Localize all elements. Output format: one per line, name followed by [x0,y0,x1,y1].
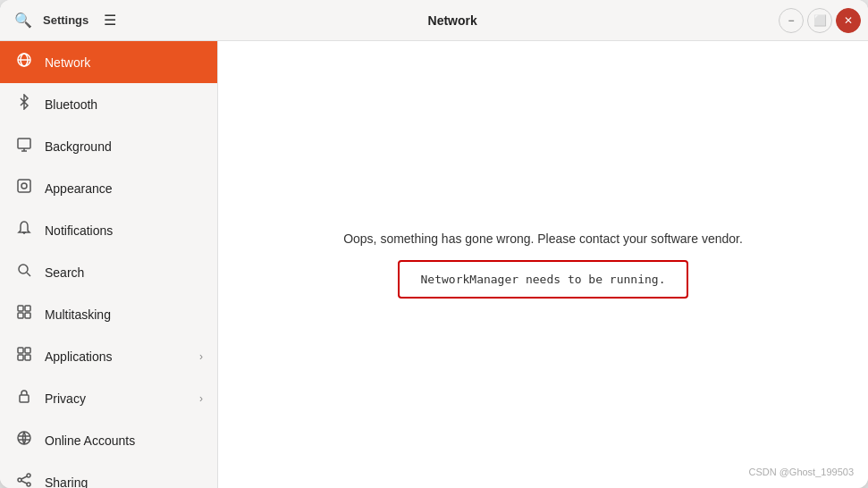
svg-rect-12 [18,306,23,311]
sidebar-item-online-accounts[interactable]: Online Accounts [0,419,217,461]
svg-rect-17 [25,348,30,353]
sidebar-item-label: Appearance [45,181,113,196]
sidebar-item-appearance[interactable]: Appearance [0,167,217,209]
svg-rect-18 [18,355,23,360]
svg-point-6 [21,183,27,189]
sidebar-item-multitasking[interactable]: Multitasking [0,293,217,335]
menu-icon: ☰ [104,12,116,29]
multitasking-icon [14,304,34,324]
sidebar-item-label: Multitasking [45,307,111,322]
menu-button[interactable]: ☰ [94,4,126,37]
bluetooth-icon [14,94,34,114]
settings-window: 🔍 Settings ☰ Network − ⬜ ✕ NetworkBlueto… [0,0,868,488]
sidebar-item-notifications[interactable]: Notifications [0,209,217,251]
sidebar-item-label: Applications [45,349,113,364]
main-content: Oops, something has gone wrong. Please c… [218,41,868,488]
sidebar-item-network[interactable]: Network [0,41,217,83]
applications-icon [14,346,34,366]
sidebar-item-privacy[interactable]: Privacy› [0,377,217,419]
maximize-button[interactable]: ⬜ [807,8,832,33]
titlebar-left: 🔍 Settings ☰ [7,4,126,37]
sidebar-item-label: Notifications [45,223,113,238]
chevron-right-icon: › [199,350,203,363]
close-button[interactable]: ✕ [836,8,861,33]
sidebar-item-label: Sharing [45,475,88,489]
sidebar: NetworkBluetoothBackgroundAppearanceNoti… [0,41,218,488]
notifications-icon [14,220,34,240]
sidebar-item-label: Background [45,139,112,154]
background-icon [14,136,34,156]
svg-line-27 [21,476,27,479]
error-code: NetworkManager needs to be running. [421,273,666,286]
content-area: NetworkBluetoothBackgroundAppearanceNoti… [0,41,868,488]
svg-rect-16 [18,348,23,353]
sidebar-item-sharing[interactable]: Sharing [0,461,217,488]
svg-line-28 [21,481,27,484]
svg-rect-13 [25,306,30,311]
svg-point-25 [18,478,21,482]
search-button[interactable]: 🔍 [7,4,39,37]
network-icon [14,52,34,72]
svg-line-11 [27,273,30,276]
appearance-icon [14,178,34,198]
sidebar-item-applications[interactable]: Applications› [0,335,217,377]
titlebar: 🔍 Settings ☰ Network − ⬜ ✕ [0,0,868,41]
sidebar-item-label: Online Accounts [45,433,135,448]
error-box: NetworkManager needs to be running. [398,260,689,299]
error-message: Oops, something has gone wrong. Please c… [343,231,743,246]
svg-rect-19 [25,355,30,360]
privacy-icon [14,388,34,408]
sidebar-item-label: Bluetooth [45,97,97,112]
chevron-right-icon: › [199,392,203,405]
window-title: Network [126,13,779,28]
sidebar-item-background[interactable]: Background [0,125,217,167]
sidebar-item-label: Search [45,265,84,280]
search-icon: 🔍 [14,12,32,29]
minimize-button[interactable]: − [779,8,804,33]
sharing-icon [14,472,34,488]
sidebar-item-bluetooth[interactable]: Bluetooth [0,83,217,125]
sidebar-item-label: Privacy [45,391,86,406]
sidebar-item-search[interactable]: Search [0,251,217,293]
svg-rect-20 [20,395,29,402]
svg-rect-7 [18,180,30,192]
svg-rect-14 [18,313,23,318]
watermark: CSDN @Ghost_199503 [748,467,854,477]
svg-rect-15 [25,313,30,318]
sidebar-item-label: Network [45,55,90,70]
search-icon [14,262,34,282]
svg-point-10 [19,265,28,273]
svg-point-24 [27,474,30,477]
app-title: Settings [43,13,88,27]
svg-point-26 [27,483,30,486]
window-controls: − ⬜ ✕ [779,8,861,33]
online-accounts-icon [14,430,34,450]
svg-rect-3 [18,139,30,148]
